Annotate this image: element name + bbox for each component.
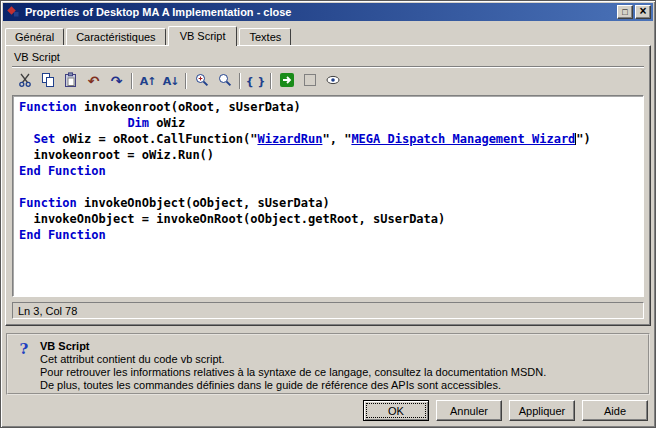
help-panel: ? VB Script Cet attribut contient du cod…: [6, 333, 650, 395]
code-line: End Function: [19, 227, 641, 243]
run-button[interactable]: [275, 71, 298, 91]
close-button[interactable]: ×: [635, 5, 651, 19]
code-token: invokeOnObject(oObject, sUserData): [77, 196, 330, 210]
tab-bar: Général Caractéristiques VB Script Texte…: [5, 25, 651, 45]
keyword-token: End Function: [19, 164, 106, 178]
preview-button[interactable]: [321, 71, 344, 91]
keyword-token: Set: [33, 132, 55, 146]
properties-dialog: Properties of Desktop MA A Implementatio…: [0, 0, 656, 428]
string-token: MEGA Dispatch Management Wizard: [351, 132, 575, 146]
redo-icon: ↷: [111, 74, 123, 88]
code-line: invokeOnObject = invokeOnRoot(oObject.ge…: [19, 211, 641, 227]
run-icon: [279, 72, 295, 91]
tab-general[interactable]: Général: [5, 28, 64, 45]
font-decrease-button[interactable]: A↓: [159, 71, 182, 91]
group-label: VB Script: [14, 51, 650, 63]
font-decrease-icon: A↓: [163, 76, 179, 87]
keyword-token: Function: [19, 100, 77, 114]
frame-icon: [302, 72, 318, 91]
redo-button[interactable]: ↷: [105, 71, 128, 91]
braces-icon: { }: [246, 76, 266, 87]
toolbar-separator: [185, 73, 187, 89]
tab-caracteristiques[interactable]: Caractéristiques: [66, 28, 165, 45]
string-token: WizardRun: [257, 132, 322, 146]
toolbar-separator: [239, 73, 241, 89]
text-caret: [575, 133, 576, 145]
font-increase-icon: A↑: [140, 76, 156, 87]
zoom-in-button[interactable]: [190, 71, 213, 91]
paste-icon: [63, 72, 79, 91]
code-token: invokeonroot = oWiz.Run(): [19, 148, 214, 162]
cut-icon: [17, 72, 33, 91]
tab-vb-script[interactable]: VB Script: [168, 26, 238, 46]
editor-toolbar: ↶ ↷ A↑ A↓: [12, 66, 644, 93]
maximize-button[interactable]: □: [617, 5, 633, 19]
help-icon: ?: [16, 340, 32, 358]
code-line: [19, 179, 641, 195]
titlebar[interactable]: Properties of Desktop MA A Implementatio…: [3, 3, 653, 21]
apply-button[interactable]: Appliquer: [509, 400, 575, 421]
help-line: De plus, toutes les commandes définies d…: [40, 379, 546, 392]
keyword-token: End Function: [19, 228, 106, 242]
preview-icon: [325, 72, 341, 91]
code-line: Dim oWiz: [19, 115, 641, 131]
braces-button[interactable]: { }: [244, 71, 267, 91]
editor-statusbar: Ln 3, Col 78: [12, 302, 644, 319]
code-area: Function invokeonroot(oRoot, sUserData) …: [19, 99, 641, 243]
cancel-button[interactable]: Annuler: [436, 400, 502, 421]
ok-button[interactable]: OK: [363, 400, 429, 421]
copy-icon: [40, 72, 56, 91]
code-token: oWiz = oRoot.CallFunction(": [55, 132, 257, 146]
help-line: Cet attribut contient du code vb script.: [40, 353, 546, 366]
help-button[interactable]: Aide: [582, 400, 648, 421]
help-title: VB Script: [40, 340, 546, 352]
paste-button[interactable]: [59, 71, 82, 91]
code-line: End Function: [19, 163, 641, 179]
cursor-position: Ln 3, Col 78: [18, 305, 77, 317]
undo-button[interactable]: ↶: [82, 71, 105, 91]
font-increase-button[interactable]: A↑: [136, 71, 159, 91]
app-icon: [5, 4, 21, 20]
frame-button[interactable]: [298, 71, 321, 91]
close-icon: ×: [639, 5, 646, 17]
code-token: invokeOnObject = invokeOnRoot(oObject.ge…: [19, 212, 445, 226]
code-token: oWiz: [149, 116, 185, 130]
window-title: Properties of Desktop MA A Implementatio…: [25, 6, 615, 18]
code-token: "): [576, 132, 590, 146]
cut-button[interactable]: [13, 71, 36, 91]
code-editor[interactable]: Function invokeonroot(oRoot, sUserData) …: [12, 95, 644, 297]
vb-script-page: VB Script: [5, 45, 651, 326]
zoom-icon: [217, 72, 233, 91]
code-token: [19, 116, 127, 130]
tab-textes[interactable]: Textes: [239, 28, 291, 45]
action-buttons: OK Annuler Appliquer Aide: [363, 400, 648, 421]
keyword-token: Function: [19, 196, 77, 210]
keyword-token: Dim: [127, 116, 149, 130]
code-line: invokeonroot = oWiz.Run(): [19, 147, 641, 163]
code-token: invokeonroot(oRoot, sUserData): [77, 100, 301, 114]
copy-button[interactable]: [36, 71, 59, 91]
zoom-button[interactable]: [213, 71, 236, 91]
code-token: [19, 132, 33, 146]
toolbar-separator: [270, 73, 272, 89]
code-line: Function invokeonroot(oRoot, sUserData): [19, 99, 641, 115]
zoom-in-icon: [194, 72, 210, 91]
toolbar-separator: [131, 73, 133, 89]
code-token: ", ": [322, 132, 351, 146]
help-text: VB Script Cet attribut contient du code …: [40, 340, 546, 392]
undo-icon: ↶: [88, 74, 100, 88]
help-line: Pour retrouver les informations relative…: [40, 366, 546, 379]
code-line: Function invokeOnObject(oObject, sUserDa…: [19, 195, 641, 211]
maximize-icon: □: [622, 8, 627, 17]
code-line: Set oWiz = oRoot.CallFunction("WizardRun…: [19, 131, 641, 147]
